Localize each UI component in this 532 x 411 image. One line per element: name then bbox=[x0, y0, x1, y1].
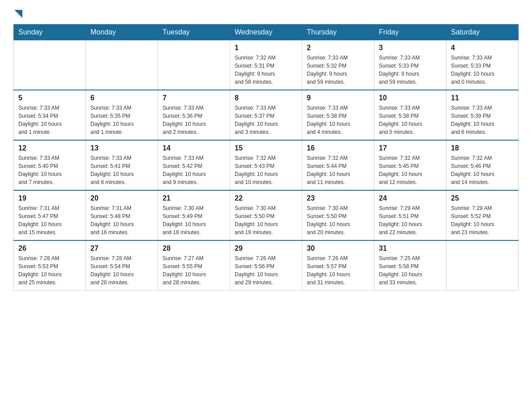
calendar-cell: 17Sunrise: 7:32 AM Sunset: 5:45 PM Dayli… bbox=[374, 140, 446, 190]
day-number: 15 bbox=[235, 144, 297, 152]
day-info: Sunrise: 7:33 AM Sunset: 5:42 PM Dayligh… bbox=[163, 154, 225, 186]
calendar-cell bbox=[446, 240, 519, 291]
day-number: 28 bbox=[163, 244, 225, 253]
day-number: 13 bbox=[90, 144, 153, 152]
calendar-cell: 13Sunrise: 7:33 AM Sunset: 5:41 PM Dayli… bbox=[86, 140, 158, 190]
calendar-cell: 23Sunrise: 7:30 AM Sunset: 5:50 PM Dayli… bbox=[302, 190, 374, 240]
day-number: 12 bbox=[18, 144, 81, 152]
calendar-week-row: 1Sunrise: 7:32 AM Sunset: 5:31 PM Daylig… bbox=[14, 40, 519, 90]
day-info: Sunrise: 7:29 AM Sunset: 5:52 PM Dayligh… bbox=[451, 204, 514, 236]
calendar-cell: 14Sunrise: 7:33 AM Sunset: 5:42 PM Dayli… bbox=[158, 140, 230, 190]
calendar-cell: 9Sunrise: 7:33 AM Sunset: 5:38 PM Daylig… bbox=[302, 90, 374, 140]
calendar-header-row: SundayMondayTuesdayWednesdayThursdayFrid… bbox=[14, 25, 519, 40]
day-number: 23 bbox=[307, 194, 369, 202]
calendar-cell: 31Sunrise: 7:25 AM Sunset: 5:58 PM Dayli… bbox=[374, 240, 446, 291]
day-info: Sunrise: 7:32 AM Sunset: 5:31 PM Dayligh… bbox=[235, 54, 297, 86]
day-number: 31 bbox=[379, 244, 442, 253]
calendar-header-tuesday: Tuesday bbox=[158, 25, 230, 40]
day-info: Sunrise: 7:33 AM Sunset: 5:32 PM Dayligh… bbox=[307, 54, 369, 86]
calendar-cell bbox=[86, 40, 158, 90]
calendar-cell: 28Sunrise: 7:27 AM Sunset: 5:55 PM Dayli… bbox=[158, 240, 230, 291]
calendar-week-row: 19Sunrise: 7:31 AM Sunset: 5:47 PM Dayli… bbox=[14, 190, 519, 240]
day-number: 1 bbox=[235, 44, 297, 52]
calendar-cell: 20Sunrise: 7:31 AM Sunset: 5:48 PM Dayli… bbox=[86, 190, 158, 240]
calendar-cell: 12Sunrise: 7:33 AM Sunset: 5:40 PM Dayli… bbox=[14, 140, 86, 190]
day-number: 14 bbox=[163, 144, 225, 152]
calendar-week-row: 26Sunrise: 7:28 AM Sunset: 5:53 PM Dayli… bbox=[14, 240, 519, 291]
day-info: Sunrise: 7:33 AM Sunset: 5:40 PM Dayligh… bbox=[18, 154, 81, 186]
calendar-cell: 3Sunrise: 7:33 AM Sunset: 5:33 PM Daylig… bbox=[374, 40, 446, 90]
calendar-week-row: 5Sunrise: 7:33 AM Sunset: 5:34 PM Daylig… bbox=[14, 90, 519, 140]
day-number: 3 bbox=[379, 44, 442, 52]
day-info: Sunrise: 7:32 AM Sunset: 5:43 PM Dayligh… bbox=[235, 154, 297, 186]
calendar-header-monday: Monday bbox=[86, 25, 158, 40]
day-info: Sunrise: 7:33 AM Sunset: 5:33 PM Dayligh… bbox=[379, 54, 442, 86]
day-info: Sunrise: 7:33 AM Sunset: 5:34 PM Dayligh… bbox=[18, 104, 81, 136]
logo-arrow-icon bbox=[14, 10, 22, 18]
day-info: Sunrise: 7:28 AM Sunset: 5:53 PM Dayligh… bbox=[18, 254, 81, 287]
day-info: Sunrise: 7:30 AM Sunset: 5:50 PM Dayligh… bbox=[235, 204, 297, 236]
calendar-header-wednesday: Wednesday bbox=[230, 25, 302, 40]
logo bbox=[13, 9, 22, 20]
calendar-cell: 11Sunrise: 7:33 AM Sunset: 5:39 PM Dayli… bbox=[446, 90, 519, 140]
day-number: 5 bbox=[18, 94, 81, 102]
day-number: 24 bbox=[379, 194, 442, 202]
calendar-cell: 16Sunrise: 7:32 AM Sunset: 5:44 PM Dayli… bbox=[302, 140, 374, 190]
day-info: Sunrise: 7:30 AM Sunset: 5:49 PM Dayligh… bbox=[163, 204, 225, 236]
calendar-cell: 15Sunrise: 7:32 AM Sunset: 5:43 PM Dayli… bbox=[230, 140, 302, 190]
day-number: 21 bbox=[163, 194, 225, 202]
calendar-cell: 5Sunrise: 7:33 AM Sunset: 5:34 PM Daylig… bbox=[14, 90, 86, 140]
day-info: Sunrise: 7:33 AM Sunset: 5:37 PM Dayligh… bbox=[235, 104, 297, 136]
day-number: 30 bbox=[307, 244, 369, 253]
day-info: Sunrise: 7:25 AM Sunset: 5:58 PM Dayligh… bbox=[379, 254, 442, 287]
day-number: 29 bbox=[235, 244, 297, 253]
calendar-week-row: 12Sunrise: 7:33 AM Sunset: 5:40 PM Dayli… bbox=[14, 140, 519, 190]
day-info: Sunrise: 7:32 AM Sunset: 5:44 PM Dayligh… bbox=[307, 154, 369, 186]
calendar-header-sunday: Sunday bbox=[14, 25, 86, 40]
day-info: Sunrise: 7:33 AM Sunset: 5:35 PM Dayligh… bbox=[90, 104, 153, 136]
day-number: 20 bbox=[90, 194, 153, 202]
day-number: 16 bbox=[307, 144, 369, 152]
day-number: 18 bbox=[451, 144, 514, 152]
day-number: 9 bbox=[307, 94, 369, 102]
calendar-cell: 27Sunrise: 7:28 AM Sunset: 5:54 PM Dayli… bbox=[86, 240, 158, 291]
calendar-cell: 7Sunrise: 7:33 AM Sunset: 5:36 PM Daylig… bbox=[158, 90, 230, 140]
day-info: Sunrise: 7:31 AM Sunset: 5:48 PM Dayligh… bbox=[90, 204, 153, 236]
day-number: 22 bbox=[235, 194, 297, 202]
calendar-cell: 21Sunrise: 7:30 AM Sunset: 5:49 PM Dayli… bbox=[158, 190, 230, 240]
calendar-cell: 24Sunrise: 7:29 AM Sunset: 5:51 PM Dayli… bbox=[374, 190, 446, 240]
day-info: Sunrise: 7:27 AM Sunset: 5:55 PM Dayligh… bbox=[163, 254, 225, 287]
day-info: Sunrise: 7:26 AM Sunset: 5:57 PM Dayligh… bbox=[307, 254, 369, 287]
day-number: 6 bbox=[90, 94, 153, 102]
day-info: Sunrise: 7:29 AM Sunset: 5:51 PM Dayligh… bbox=[379, 204, 442, 236]
day-info: Sunrise: 7:32 AM Sunset: 5:45 PM Dayligh… bbox=[379, 154, 442, 186]
calendar-cell: 2Sunrise: 7:33 AM Sunset: 5:32 PM Daylig… bbox=[302, 40, 374, 90]
day-number: 8 bbox=[235, 94, 297, 102]
day-info: Sunrise: 7:28 AM Sunset: 5:54 PM Dayligh… bbox=[90, 254, 153, 287]
day-number: 25 bbox=[451, 194, 514, 202]
calendar-cell: 4Sunrise: 7:33 AM Sunset: 5:33 PM Daylig… bbox=[446, 40, 519, 90]
day-number: 26 bbox=[18, 244, 81, 253]
day-info: Sunrise: 7:26 AM Sunset: 5:56 PM Dayligh… bbox=[235, 254, 297, 287]
calendar-cell: 6Sunrise: 7:33 AM Sunset: 5:35 PM Daylig… bbox=[86, 90, 158, 140]
day-number: 7 bbox=[163, 94, 225, 102]
calendar-table: SundayMondayTuesdayWednesdayThursdayFrid… bbox=[13, 24, 519, 291]
calendar-cell: 25Sunrise: 7:29 AM Sunset: 5:52 PM Dayli… bbox=[446, 190, 519, 240]
day-info: Sunrise: 7:33 AM Sunset: 5:41 PM Dayligh… bbox=[90, 154, 153, 186]
day-info: Sunrise: 7:31 AM Sunset: 5:47 PM Dayligh… bbox=[18, 204, 81, 236]
calendar-cell: 10Sunrise: 7:33 AM Sunset: 5:38 PM Dayli… bbox=[374, 90, 446, 140]
calendar-cell: 30Sunrise: 7:26 AM Sunset: 5:57 PM Dayli… bbox=[302, 240, 374, 291]
day-info: Sunrise: 7:33 AM Sunset: 5:39 PM Dayligh… bbox=[451, 104, 514, 136]
calendar-cell: 8Sunrise: 7:33 AM Sunset: 5:37 PM Daylig… bbox=[230, 90, 302, 140]
day-info: Sunrise: 7:30 AM Sunset: 5:50 PM Dayligh… bbox=[307, 204, 369, 236]
day-info: Sunrise: 7:33 AM Sunset: 5:33 PM Dayligh… bbox=[451, 54, 514, 86]
day-number: 4 bbox=[451, 44, 514, 52]
calendar-cell: 26Sunrise: 7:28 AM Sunset: 5:53 PM Dayli… bbox=[14, 240, 86, 291]
day-number: 17 bbox=[379, 144, 442, 152]
day-info: Sunrise: 7:33 AM Sunset: 5:38 PM Dayligh… bbox=[379, 104, 442, 136]
page-header bbox=[13, 9, 519, 20]
calendar-cell bbox=[14, 40, 86, 90]
day-info: Sunrise: 7:33 AM Sunset: 5:36 PM Dayligh… bbox=[163, 104, 225, 136]
day-number: 27 bbox=[90, 244, 153, 253]
calendar-header-friday: Friday bbox=[374, 25, 446, 40]
